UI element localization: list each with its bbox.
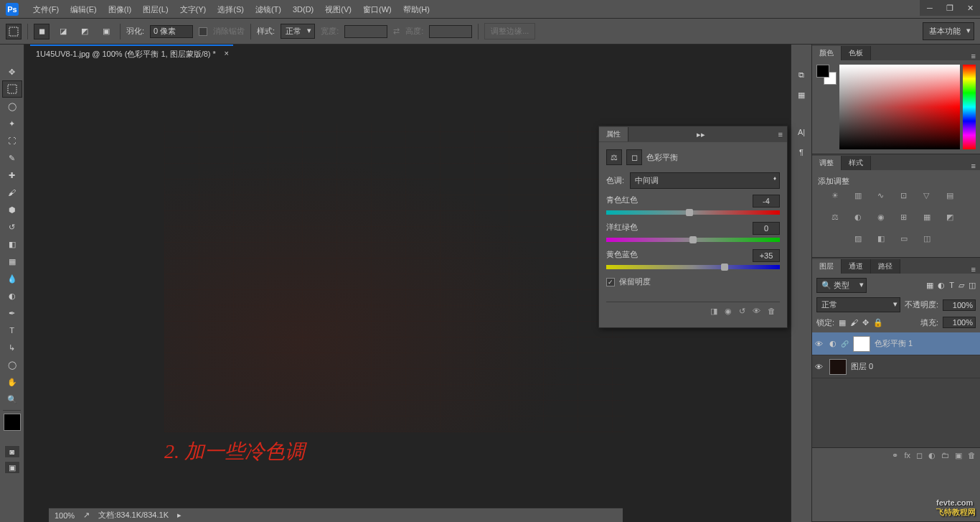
canvas[interactable]: [164, 123, 625, 432]
paragraph-panel-icon[interactable]: ¶: [793, 144, 810, 161]
lock-position-icon[interactable]: ✥: [862, 318, 869, 327]
color-balance-icon[interactable]: ⚖: [831, 213, 846, 225]
crop-tool[interactable]: ⛶: [2, 132, 22, 149]
layer-name[interactable]: 色彩平衡 1: [875, 338, 913, 349]
curves-icon[interactable]: ∿: [877, 191, 892, 204]
yellow-blue-value[interactable]: [753, 249, 780, 262]
lock-trans-icon[interactable]: ▦: [839, 318, 846, 327]
cyan-red-value[interactable]: [753, 195, 780, 208]
menu-file[interactable]: 文件(F): [27, 0, 65, 19]
menu-view[interactable]: 视图(V): [319, 0, 357, 19]
blend-mode-select[interactable]: 正常: [816, 297, 900, 312]
zoom-level[interactable]: 100%: [55, 511, 75, 520]
color-gradient[interactable]: [839, 65, 960, 149]
channels-tab[interactable]: 通道: [842, 259, 871, 274]
close-button[interactable]: ✕: [960, 0, 980, 16]
mask-thumbnail[interactable]: [853, 336, 870, 352]
menu-window[interactable]: 窗口(W): [357, 0, 397, 19]
paths-tab[interactable]: 路径: [871, 259, 900, 274]
document-tab[interactable]: 1U45UV8-1.jpg @ 100% (色彩平衡 1, 图层蒙版/8) * …: [30, 45, 233, 62]
subtract-selection-icon[interactable]: ◩: [77, 24, 93, 39]
zoom-tool[interactable]: 🔍: [2, 391, 22, 408]
new-group-icon[interactable]: 🗀: [941, 451, 949, 460]
invert-icon[interactable]: ◩: [946, 213, 961, 225]
properties-tab[interactable]: 属性: [599, 127, 628, 141]
magenta-green-value[interactable]: [753, 222, 780, 235]
menu-select[interactable]: 选择(S): [212, 0, 250, 19]
close-tab-icon[interactable]: ×: [224, 49, 228, 57]
panel-menu-icon[interactable]: ≡: [774, 130, 787, 139]
menu-3d[interactable]: 3D(D): [287, 0, 319, 19]
layer-item[interactable]: 👁 图层 0: [812, 355, 980, 378]
current-tool-icon[interactable]: [6, 24, 22, 39]
lock-all-icon[interactable]: 🔒: [873, 318, 883, 327]
move-tool[interactable]: ✥: [2, 63, 22, 80]
threshold-icon[interactable]: ◧: [877, 234, 892, 247]
styles-tab[interactable]: 样式: [842, 156, 871, 170]
layer-name[interactable]: 图层 0: [851, 361, 873, 372]
swatches-tab[interactable]: 色板: [842, 46, 871, 60]
color-panel-menu-icon[interactable]: ≡: [967, 52, 980, 60]
visibility-icon[interactable]: 👁: [815, 340, 825, 348]
clip-to-layer-icon[interactable]: ◨: [710, 307, 717, 316]
vibrance-icon[interactable]: ▽: [923, 191, 938, 204]
add-mask-icon[interactable]: ◻: [916, 451, 923, 460]
toggle-visibility-icon[interactable]: 👁: [753, 307, 760, 316]
dodge-tool[interactable]: ◐: [2, 287, 22, 304]
actions-panel-icon[interactable]: ▦: [793, 86, 810, 103]
screen-mode-button[interactable]: ▣: [4, 461, 20, 474]
maximize-button[interactable]: ❐: [940, 0, 960, 16]
layers-menu-icon[interactable]: ≡: [967, 265, 980, 274]
adjustment-icon[interactable]: ⚖: [606, 149, 622, 165]
filter-type-icon[interactable]: T: [949, 281, 954, 290]
new-selection-icon[interactable]: ◼: [34, 24, 50, 39]
filter-pixel-icon[interactable]: ▦: [926, 281, 933, 290]
history-brush-tool[interactable]: ↺: [2, 218, 22, 236]
menu-type[interactable]: 文字(Y): [174, 0, 212, 19]
hand-tool[interactable]: ✋: [2, 373, 22, 391]
preserve-luminosity-checkbox[interactable]: ✓: [606, 278, 615, 286]
view-previous-icon[interactable]: ◉: [725, 307, 732, 316]
brush-tool[interactable]: 🖌: [2, 184, 22, 201]
opacity-input[interactable]: [943, 299, 976, 311]
lock-pixels-icon[interactable]: 🖌: [850, 318, 858, 327]
fg-bg-swatches[interactable]: [816, 65, 837, 149]
style-select[interactable]: 正常: [281, 24, 315, 39]
adjustments-menu-icon[interactable]: ≡: [967, 162, 980, 170]
layer-item[interactable]: 👁 ◐ 🔗 色彩平衡 1: [812, 332, 980, 355]
menu-image[interactable]: 图像(I): [103, 0, 137, 19]
tone-select[interactable]: 中间调: [630, 172, 780, 189]
character-panel-icon[interactable]: A|: [793, 123, 810, 141]
cyan-red-slider[interactable]: [606, 210, 780, 215]
reset-icon[interactable]: ↺: [739, 307, 745, 316]
menu-help[interactable]: 帮助(H): [397, 0, 435, 19]
gradient-tool[interactable]: ▦: [2, 253, 22, 270]
posterize-icon[interactable]: ▨: [854, 234, 869, 247]
menu-filter[interactable]: 滤镜(T): [250, 0, 287, 19]
path-tool[interactable]: ↳: [2, 339, 22, 356]
lasso-tool[interactable]: ◯: [2, 98, 22, 115]
shape-tool[interactable]: ◯: [2, 356, 22, 373]
exposure-icon[interactable]: ⊡: [900, 191, 915, 204]
channel-mixer-icon[interactable]: ⊞: [900, 213, 915, 225]
selective-color-icon[interactable]: ◫: [923, 234, 938, 247]
adjustments-tab[interactable]: 调整: [812, 156, 842, 170]
layer-thumbnail[interactable]: [829, 359, 847, 375]
gradient-map-icon[interactable]: ▭: [900, 234, 915, 247]
mask-icon[interactable]: ◻: [626, 149, 642, 165]
intersect-selection-icon[interactable]: ▣: [98, 24, 114, 39]
eyedropper-tool[interactable]: ✎: [2, 149, 22, 167]
color-tab[interactable]: 颜色: [812, 46, 842, 60]
delete-adjustment-icon[interactable]: 🗑: [768, 307, 776, 316]
link-icon[interactable]: 🔗: [841, 340, 849, 348]
eraser-tool[interactable]: ◧: [2, 236, 22, 253]
wand-tool[interactable]: ✦: [2, 115, 22, 132]
new-layer-icon[interactable]: ▣: [955, 451, 962, 460]
photo-filter-icon[interactable]: ◉: [877, 213, 892, 225]
color-lookup-icon[interactable]: ▦: [923, 213, 938, 225]
healing-tool[interactable]: ✚: [2, 167, 22, 184]
quick-mask-button[interactable]: ◙: [4, 445, 20, 458]
yellow-blue-slider[interactable]: [606, 265, 780, 269]
filter-adjust-icon[interactable]: ◐: [938, 281, 945, 290]
workspace-switcher[interactable]: 基本功能: [923, 22, 974, 40]
